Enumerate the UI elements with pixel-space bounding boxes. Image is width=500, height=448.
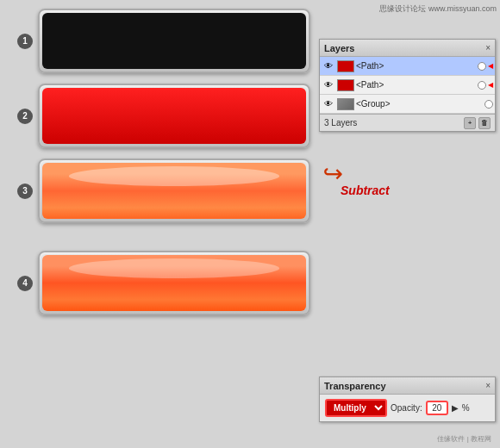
step-1-row: 1: [17, 9, 310, 73]
transparency-close-button[interactable]: ×: [485, 381, 491, 390]
transparency-title-bar: Transparency ×: [320, 377, 495, 395]
subtract-text: Subtract: [341, 184, 390, 197]
layer-name-1: <Path>: [356, 61, 478, 71]
layer-circle-2: [478, 81, 486, 90]
eye-icon-1: 👁: [322, 59, 335, 73]
delete-layer-button[interactable]: 🗑: [478, 117, 491, 129]
step-2-label: 2: [17, 109, 33, 124]
red-button[interactable]: [42, 88, 306, 144]
layer-actions-3: [484, 100, 493, 109]
layer-name-2: <Path>: [356, 80, 478, 90]
step-2-row: 2: [17, 84, 310, 148]
orange2-button[interactable]: [42, 255, 306, 311]
watermark-text: 思缘设计论坛 www.missyuan.com: [379, 3, 497, 15]
opacity-increase-button[interactable]: ▶: [452, 403, 459, 413]
blend-mode-select[interactable]: Multiply Normal Screen: [325, 399, 387, 417]
layers-panel: Layers × 👁 <Path> ◀ 👁 <Path> ◀ 👁 <Group>…: [319, 39, 496, 132]
step-1-wrapper: [38, 9, 310, 73]
opacity-value: 20: [426, 401, 448, 415]
layers-title-bar: Layers ×: [320, 40, 495, 57]
footer-icons: + 🗑: [464, 117, 491, 129]
layer-thumb-2: [337, 79, 354, 91]
layer-circle-1: [478, 62, 486, 71]
layer-circle-3: [484, 100, 493, 109]
step-2-wrapper: [38, 84, 310, 148]
step-3-label: 3: [17, 184, 33, 199]
new-layer-button[interactable]: +: [464, 117, 476, 129]
step-4-wrapper: [38, 251, 310, 315]
layers-count: 3 Layers: [324, 118, 357, 128]
orange-button[interactable]: [42, 163, 306, 219]
eye-icon-2: 👁: [322, 78, 335, 92]
step-4-label: 4: [17, 276, 33, 291]
layer-arrow-1: ◀: [488, 62, 493, 70]
layers-title: Layers: [324, 43, 354, 53]
opacity-label: Opacity:: [391, 403, 422, 413]
layer-row-2[interactable]: 👁 <Path> ◀: [320, 76, 495, 95]
layer-row-1[interactable]: 👁 <Path> ◀: [320, 57, 495, 76]
left-panel: 1 2 3 4: [0, 0, 319, 448]
spacer: [17, 233, 310, 251]
transparency-body: Multiply Normal Screen Opacity: 20 ▶ %: [320, 395, 495, 421]
step-3-row: 3: [17, 159, 310, 223]
layers-footer: 3 Layers + 🗑: [320, 114, 495, 131]
layer-thumb-1: [337, 60, 354, 72]
layer-thumb-3: [337, 98, 354, 110]
layer-name-3: <Group>: [356, 99, 484, 109]
subtract-arrow-icon: ↩: [323, 159, 343, 188]
eye-icon-3: 👁: [322, 97, 335, 111]
transparency-title: Transparency: [324, 381, 386, 391]
layer-arrow-2: ◀: [488, 81, 493, 89]
black-button[interactable]: [42, 13, 306, 69]
step-4-row: 4: [17, 251, 310, 315]
bottom-watermark: 佳缘软件 | 教程网: [437, 434, 491, 444]
opacity-percent: %: [462, 403, 470, 413]
layer-actions-2: ◀: [478, 81, 493, 90]
transparency-panel: Transparency × Multiply Normal Screen Op…: [319, 376, 496, 422]
layers-close-button[interactable]: ×: [485, 43, 491, 53]
layer-actions-1: ◀: [478, 62, 493, 71]
step-3-wrapper: [38, 159, 310, 223]
subtract-label: ↩ Subtract: [323, 159, 390, 197]
layer-row-3[interactable]: 👁 <Group>: [320, 95, 495, 114]
step-1-label: 1: [17, 34, 33, 49]
